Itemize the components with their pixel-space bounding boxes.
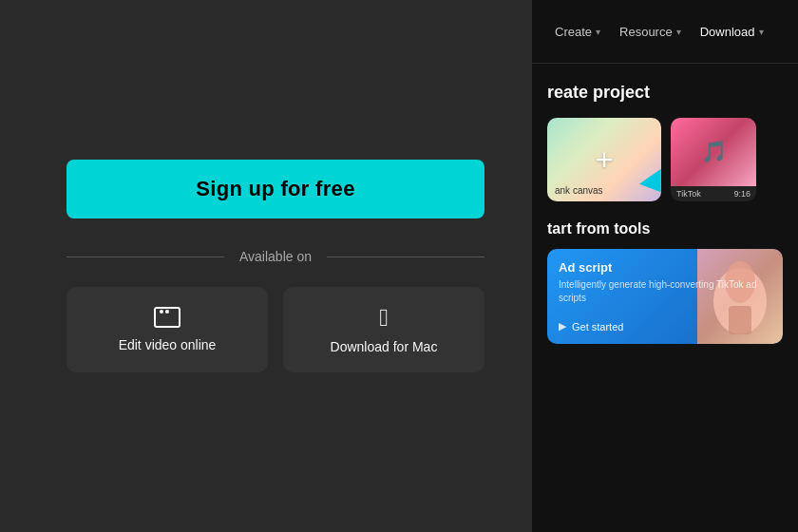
available-on-label: Available on	[224, 249, 327, 264]
start-from-tools-title: tart from tools	[547, 220, 783, 238]
download-mac-label: Download for Mac	[331, 339, 438, 354]
create-project-title: reate project	[547, 83, 783, 103]
chevron-down-icon: ▾	[596, 27, 600, 37]
edit-online-button[interactable]: Edit video online	[66, 287, 268, 372]
nav-create[interactable]: Create ▾	[547, 19, 608, 45]
platform-buttons: Edit video online  Download for Mac	[66, 287, 484, 372]
signup-button[interactable]: Sign up for free	[66, 160, 484, 218]
nav-resource[interactable]: Resource ▾	[612, 19, 689, 45]
nav-download[interactable]: Download ▾	[693, 19, 771, 45]
divider-left	[66, 256, 224, 257]
left-panel: Sign up for free Available on Edit video…	[0, 0, 551, 532]
browser-icon	[154, 307, 180, 328]
nav-download-label: Download	[700, 25, 755, 39]
tool-card-action: ▶ Get started	[559, 320, 771, 332]
tool-card-title: Ad script	[559, 260, 771, 275]
chevron-down-icon: ▾	[759, 27, 764, 37]
tiktok-logo: 🎵	[701, 140, 727, 164]
tool-card-content: Ad script Intelligently generate high-co…	[559, 260, 771, 305]
download-mac-button[interactable]:  Download for Mac	[283, 287, 484, 372]
right-panel: Create ▾ Resource ▾ Download ▾ reate pro…	[532, 0, 798, 532]
nav-resource-label: Resource	[619, 25, 673, 39]
tiktok-card-image: 🎵	[671, 118, 756, 186]
ad-script-tool-card[interactable]: Ad script Intelligently generate high-co…	[547, 249, 783, 344]
divider-right	[327, 256, 484, 257]
tiktok-card[interactable]: 🎵 TikTok 9:16	[671, 118, 756, 201]
get-started-label: Get started	[572, 321, 623, 332]
plus-icon: +	[596, 142, 614, 178]
right-content: reate project + ank canvas 🎵 TikTok 9:16	[532, 64, 798, 363]
chevron-down-icon: ▾	[676, 27, 681, 37]
card-new-wrapper: + ank canvas	[547, 118, 661, 201]
get-started-icon: ▶	[559, 320, 566, 332]
blank-canvas-label: ank canvas	[555, 185, 603, 196]
tiktok-label: TikTok	[676, 189, 701, 199]
top-nav: Create ▾ Resource ▾ Download ▾	[532, 0, 798, 64]
nav-create-label: Create	[555, 25, 592, 39]
project-cards: + ank canvas 🎵 TikTok 9:16	[547, 118, 783, 201]
available-on-row: Available on	[66, 249, 484, 264]
apple-icon: 	[379, 305, 389, 330]
tool-card-description: Intelligently generate high-converting T…	[559, 278, 771, 305]
tiktok-ratio: 9:16	[733, 189, 750, 199]
edit-online-label: Edit video online	[119, 337, 217, 352]
tiktok-card-label: TikTok 9:16	[671, 186, 756, 201]
